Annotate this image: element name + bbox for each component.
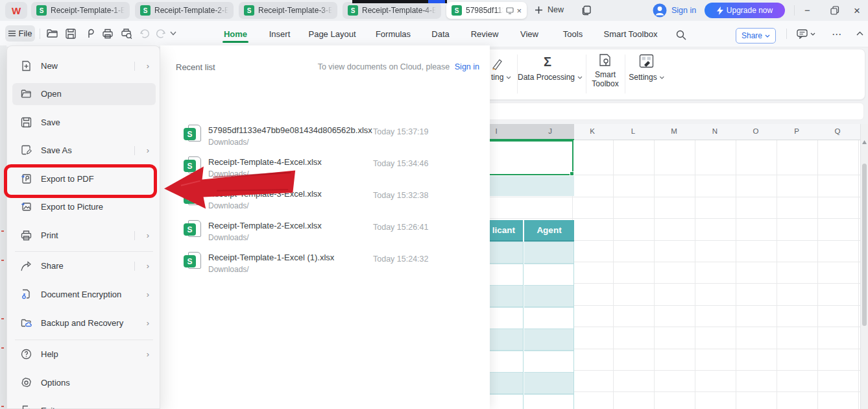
column-header-k[interactable]: K: [590, 127, 595, 135]
menu-item-export-to-picture[interactable]: Export to Picture: [12, 196, 156, 218]
table-right-border: [573, 242, 574, 409]
sign-in-link[interactable]: Sign in: [455, 62, 479, 71]
tab-review[interactable]: Review: [471, 29, 499, 39]
menu-item-backup-and-recovery[interactable]: Backup and Recovery ›: [12, 312, 156, 334]
export-pdf-quick-icon[interactable]: [84, 28, 95, 40]
open-file-icon[interactable]: [46, 28, 58, 40]
column-header-l[interactable]: L: [631, 127, 635, 135]
divider: [586, 55, 586, 93]
menu-item-new[interactable]: New ›: [12, 55, 156, 77]
highlighter-icon[interactable]: [491, 57, 503, 70]
tab-bar: W S Receipt-Template-1-Ex S Receipt-Temp…: [0, 0, 868, 21]
menu-item-options[interactable]: Options: [12, 372, 156, 394]
smart-toolbox-label-2: Toolbox: [592, 79, 618, 88]
close-window-button[interactable]: ×: [854, 5, 860, 18]
red-arrow-annotation: [161, 160, 302, 214]
recent-list-title: Recent list: [176, 62, 215, 72]
new-document-icon: [21, 60, 32, 71]
sigma-icon: Σ: [544, 55, 551, 69]
document-tab-active[interactable]: S 57985df1133e47 ×: [446, 2, 527, 19]
tab-list-icon[interactable]: [581, 5, 592, 16]
tab-smart-toolbox[interactable]: Smart Toolbox: [604, 29, 658, 39]
recent-file-item[interactable]: S Receipt-Template-1-Excel (1).xlsx Down…: [160, 251, 490, 280]
comments-button[interactable]: [797, 29, 815, 39]
share-button[interactable]: Share: [736, 28, 776, 43]
tab-insert[interactable]: Insert: [269, 29, 291, 39]
new-tab-label: New: [548, 5, 564, 14]
smart-toolbox-button[interactable]: Smart Toolbox: [592, 70, 618, 88]
table-header-agent[interactable]: Agent: [524, 220, 574, 242]
tab-title: Receipt-Template-4-Ex: [362, 6, 436, 15]
tab-tools[interactable]: Tools: [563, 29, 583, 39]
recent-file-item[interactable]: S Receipt-Template-2-Excel.xlsx Download…: [160, 219, 490, 249]
share-icon: [21, 260, 32, 271]
more-options-button[interactable]: ⋯: [832, 29, 842, 40]
menu-item-open[interactable]: Open: [12, 83, 156, 105]
menu-item-save-as[interactable]: Save As ›: [12, 140, 156, 162]
recent-file-name: Receipt-Template-2-Excel.xlsx: [208, 221, 322, 230]
new-tab-button[interactable]: New: [535, 5, 564, 14]
ribbon-partial-group[interactable]: ting: [491, 73, 511, 82]
backup-cloud-icon: [21, 317, 32, 328]
redo-icon[interactable]: [155, 29, 166, 39]
column-header-m[interactable]: M: [671, 127, 677, 135]
minimize-button[interactable]: −: [804, 5, 810, 16]
menu-item-document-encryption[interactable]: Document Encryption ›: [12, 284, 156, 306]
sign-in-button[interactable]: Sign in: [653, 3, 696, 18]
column-header-p[interactable]: P: [794, 127, 799, 135]
column-header-n[interactable]: N: [712, 127, 717, 135]
menu-item-exit[interactable]: Exit: [12, 400, 156, 409]
file-menu-label: File: [19, 29, 32, 38]
cloud-notice-text: To view documents on Cloud, please: [318, 62, 450, 71]
tab-data[interactable]: Data: [431, 29, 449, 39]
undo-icon[interactable]: [139, 29, 151, 39]
menu-item-print[interactable]: Print ›: [12, 225, 156, 247]
formula-bar[interactable]: [454, 103, 864, 120]
submenu-arrow-icon: ›: [147, 230, 149, 240]
column-header-j[interactable]: J: [548, 127, 552, 135]
tab-home[interactable]: Home: [224, 29, 247, 39]
submenu-arrow-icon: ›: [147, 290, 149, 299]
restore-button[interactable]: [830, 6, 839, 15]
scrollbar-thumb[interactable]: [862, 164, 867, 326]
chevron-down-icon[interactable]: [170, 31, 176, 36]
cloud-notice: To view documents on Cloud, please Sign …: [318, 62, 479, 71]
save-icon[interactable]: [65, 28, 77, 40]
scroll-up-icon[interactable]: [862, 140, 867, 144]
collapse-ribbon-button[interactable]: [856, 31, 863, 36]
submenu-arrow-icon: ›: [147, 318, 149, 328]
document-tab-2[interactable]: S Receipt-Template-2-Ex: [135, 2, 234, 19]
column-header-o[interactable]: O: [753, 127, 759, 135]
menu-item-label: Backup and Recovery: [41, 318, 123, 328]
print-preview-icon[interactable]: [121, 28, 133, 40]
settings-label: Settings: [629, 73, 657, 82]
recent-file-item[interactable]: S 57985df1133e47bb9e081434d806562b.xlsx …: [160, 123, 490, 153]
divider: [134, 262, 135, 271]
plus-icon: [535, 6, 543, 14]
file-menu-button[interactable]: File: [5, 25, 35, 42]
menu-item-save[interactable]: Save: [12, 112, 156, 134]
menu-separator: [15, 340, 153, 340]
menu-item-label: New: [41, 61, 58, 71]
data-processing-button[interactable]: Data Processing: [518, 73, 583, 82]
print-icon[interactable]: [102, 28, 114, 40]
document-tab-3[interactable]: S Receipt-Template-3-Ex: [239, 2, 337, 19]
menu-item-share[interactable]: Share ›: [12, 255, 156, 277]
selection-handle[interactable]: [570, 171, 574, 176]
column-header-q[interactable]: Q: [835, 127, 841, 135]
wps-logo[interactable]: W: [5, 2, 27, 19]
document-tab-4[interactable]: S Receipt-Template-4-Ex: [343, 2, 441, 19]
tab-page-layout[interactable]: Page Layout: [308, 29, 356, 39]
column-header-i[interactable]: I: [495, 127, 497, 135]
settings-button[interactable]: Settings: [629, 73, 664, 82]
document-tab-1[interactable]: S Receipt-Template-1-Ex: [31, 2, 130, 19]
search-icon[interactable]: [676, 30, 686, 40]
tab-formulas[interactable]: Formulas: [376, 29, 411, 39]
menu-item-help[interactable]: Help ›: [12, 343, 156, 366]
spreadsheet-file-icon: S: [140, 5, 151, 16]
upgrade-now-button[interactable]: Upgrade now: [705, 3, 785, 18]
partial-group-label: ting: [491, 73, 503, 82]
tab-view[interactable]: View: [520, 29, 538, 39]
close-tab-icon[interactable]: ×: [516, 6, 522, 15]
table-column-border: [523, 242, 524, 409]
